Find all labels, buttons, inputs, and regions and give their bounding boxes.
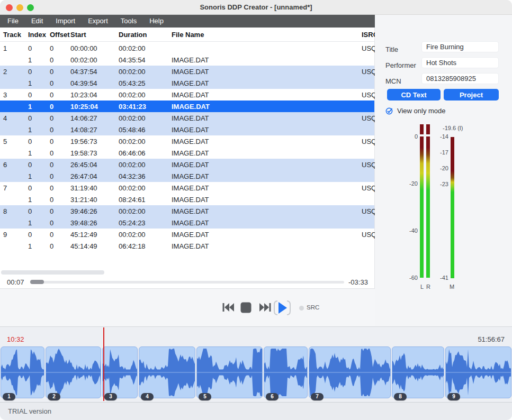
menu-item-export[interactable]: Export	[82, 15, 114, 28]
src-radio[interactable]	[299, 306, 304, 311]
column-header-start[interactable]: Start	[70, 31, 86, 39]
table-row[interactable]: 1010:25:0403:41:23IMAGE.DAT	[0, 101, 374, 112]
waveform-track-1[interactable]	[1, 346, 44, 398]
table-row[interactable]: 10000:00:0000:02:00USQ	[0, 42, 374, 54]
meter-scale-label: -23	[433, 181, 448, 187]
cell: USQ	[362, 231, 376, 239]
menu-item-edit[interactable]: Edit	[25, 15, 49, 28]
waveform-track-8[interactable]	[392, 346, 444, 398]
column-header-index[interactable]: Index	[28, 31, 46, 39]
cell: 08:24:61	[119, 196, 146, 204]
table-row[interactable]: 90045:12:4900:02:00IMAGE.DATUSQ	[0, 229, 374, 240]
menu-item-import[interactable]: Import	[49, 15, 82, 28]
cell: 00:02:00	[119, 231, 146, 239]
cell: 0	[50, 207, 53, 215]
cell: 1	[28, 242, 32, 250]
cell: 04:35:54	[119, 56, 146, 64]
cell: IMAGE.DAT	[172, 161, 209, 169]
cell: 26:47:04	[70, 172, 97, 180]
table-row[interactable]: 1000:02:0004:35:54IMAGE.DAT	[0, 54, 374, 66]
waveform-track-7[interactable]	[309, 346, 391, 398]
waveform-track-5[interactable]	[196, 346, 263, 398]
level-meter-left	[420, 136, 424, 278]
cd-text-button[interactable]: CD Text	[387, 89, 441, 101]
cell: 1	[28, 149, 32, 157]
app-window: Sonoris DDP Creator - [unnamed*] FileEdi…	[0, 0, 512, 420]
performer-input[interactable]	[421, 57, 499, 68]
status-text: TRIAL version	[8, 407, 51, 415]
channel-label-m: M	[450, 284, 454, 290]
table-row[interactable]: 1039:48:2605:24:23IMAGE.DAT	[0, 217, 374, 229]
play-button[interactable]	[273, 300, 291, 318]
table-row[interactable]: 40014:06:2700:02:00IMAGE.DATUSQ	[0, 112, 374, 124]
view-only-checkbox[interactable]: View only mode	[385, 106, 446, 115]
table-row[interactable]: 1026:47:0404:32:36IMAGE.DAT	[0, 170, 374, 182]
project-button[interactable]: Project	[444, 89, 499, 101]
menu-item-tools[interactable]: Tools	[114, 15, 143, 28]
track-table-panel: TrackIndexOffsetStartDurationFile NameIS…	[0, 28, 375, 288]
title-label: Title	[385, 45, 398, 53]
checked-circle-icon	[385, 107, 393, 115]
track-number-badge: 1	[3, 393, 15, 400]
cell: 0	[28, 68, 32, 76]
seek-slider-track[interactable]	[30, 281, 344, 284]
horizontal-scrollbar-thumb[interactable]	[1, 270, 104, 275]
cell: 06:42:18	[119, 242, 146, 250]
cell: 0	[50, 114, 53, 122]
table-row[interactable]: 1031:21:4008:24:61IMAGE.DAT	[0, 194, 374, 205]
seek-slider-thumb[interactable]	[30, 280, 44, 284]
elapsed-time: 00:07	[7, 278, 24, 286]
table-row[interactable]: 70031:19:4000:02:00IMAGE.DATUSQ	[0, 182, 374, 194]
cell: 0	[50, 126, 53, 134]
cell: 0	[50, 219, 53, 227]
cell: USQ	[362, 184, 376, 192]
track-number-badge: 8	[394, 393, 407, 400]
table-row[interactable]: 1019:58:7306:46:06IMAGE.DAT	[0, 147, 374, 159]
previous-track-button[interactable]	[222, 302, 235, 315]
waveform-track-2[interactable]	[46, 346, 101, 398]
title-input[interactable]	[421, 41, 499, 52]
cell: 00:02:00	[119, 68, 146, 76]
track-number-badge: 9	[447, 393, 460, 400]
table-row[interactable]: 80039:46:2600:02:00IMAGE.DATUSQ	[0, 205, 374, 217]
cell: 26:45:04	[70, 161, 97, 169]
meter-scale-label: -17	[433, 149, 448, 156]
cell: 0	[28, 91, 32, 99]
cell: IMAGE.DAT	[172, 207, 209, 215]
playhead-line[interactable]	[103, 327, 104, 401]
table-row[interactable]: 30010:23:0400:02:00IMAGE.DATUSQ	[0, 89, 374, 101]
mcn-input[interactable]	[421, 73, 499, 84]
table-row[interactable]: 1004:39:5405:43:25IMAGE.DAT	[0, 77, 374, 89]
total-duration-label: 51:56:67	[478, 335, 505, 343]
waveform-track-4[interactable]	[139, 346, 195, 398]
cell: 00:02:00	[70, 56, 97, 64]
remaining-time: -03:33	[348, 278, 368, 286]
cell: 00:02:00	[119, 184, 146, 192]
table-row[interactable]: 20004:37:5400:02:00IMAGE.DATUSQ	[0, 66, 374, 77]
column-header-offset[interactable]: Offset	[50, 31, 70, 39]
cell: 14:06:27	[70, 114, 97, 122]
performer-label: Performer	[385, 61, 416, 69]
column-header-file-name[interactable]: File Name	[172, 31, 204, 39]
cell: 1	[28, 56, 32, 64]
stop-button[interactable]	[240, 302, 251, 315]
table-row[interactable]: 60026:45:0400:02:00IMAGE.DATUSQ	[0, 159, 374, 170]
track-number-badge: 2	[48, 393, 60, 400]
cell: IMAGE.DAT	[172, 91, 209, 99]
next-track-button[interactable]	[259, 302, 272, 315]
cell: 00:02:00	[119, 207, 146, 215]
waveform-track-3[interactable]	[102, 346, 138, 398]
table-row[interactable]: 1045:14:4906:42:18IMAGE.DAT	[0, 240, 374, 252]
cell: 8	[3, 207, 7, 215]
menu-item-help[interactable]: Help	[143, 15, 170, 28]
column-header-track[interactable]: Track	[3, 31, 21, 39]
table-row[interactable]: 50019:56:7300:02:00IMAGE.DATUSQ	[0, 135, 374, 147]
meter-scale-label: -20	[433, 165, 448, 171]
table-row[interactable]: 1014:08:2705:48:46IMAGE.DAT	[0, 124, 374, 135]
cell: 1	[28, 126, 32, 134]
waveform-track-6[interactable]	[264, 346, 308, 398]
menu-item-file[interactable]: File	[0, 15, 25, 28]
column-header-duration[interactable]: Duration	[119, 31, 147, 39]
waveform-track-9[interactable]	[445, 346, 511, 398]
cell: 0	[28, 138, 32, 145]
